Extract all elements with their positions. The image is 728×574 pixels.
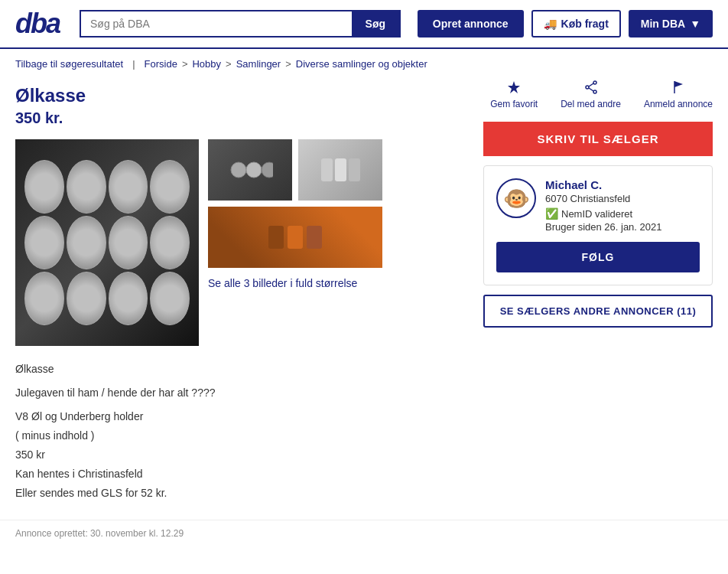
desc-line-6: ( minus indhold )	[15, 428, 453, 444]
header-right: Opret annonce 🚚 Køb fragt Min DBA ▼	[418, 10, 713, 38]
back-to-results-link[interactable]: Tilbage til søgeresultatet	[15, 58, 123, 70]
del-med-andre-action[interactable]: Del med andre	[561, 79, 621, 109]
svg-line-14	[589, 88, 593, 91]
svg-point-12	[593, 90, 596, 93]
write-to-seller-button[interactable]: SKRIV TIL SÆLGER	[483, 122, 713, 156]
chevron-down-icon: ▼	[690, 18, 700, 30]
seller-verified-label: NemID valideret	[561, 208, 632, 220]
search-button[interactable]: Søg	[352, 11, 399, 36]
beer-can-7	[109, 216, 148, 269]
seller-since: Bruger siden 26. jan. 2021	[545, 221, 700, 233]
anmeld-annonce-action[interactable]: Anmeld annonce	[644, 79, 713, 109]
beer-can-10	[67, 272, 106, 325]
header: dba Søg Opret annonce 🚚 Køb fragt Min DB…	[0, 0, 728, 49]
svg-marker-16	[674, 81, 683, 87]
beer-can-12	[150, 272, 190, 325]
thumb-1-img	[227, 155, 273, 185]
see-other-ads-button[interactable]: SE SÆLGERS ANDRE ANNONCER (11)	[483, 295, 713, 328]
desc-line-1: Ølkasse	[15, 361, 453, 377]
right-column: Gem favorit Del med andre	[483, 79, 713, 504]
del-med-andre-label: Del med andre	[561, 99, 621, 109]
main-content: Ølkasse 350 kr.	[0, 79, 728, 504]
search-input[interactable]	[81, 11, 352, 36]
desc-line-3: Julegaven til ham / hende der har alt ??…	[15, 385, 453, 401]
beer-can-5	[24, 216, 64, 269]
anmeld-annonce-label: Anmeld annonce	[644, 99, 713, 109]
thumb-top-row	[208, 139, 382, 201]
svg-point-10	[593, 81, 596, 84]
seller-info: 🐵 Michael C. 6070 Christiansfeld ✅ NemID…	[496, 178, 700, 233]
truck-icon: 🚚	[544, 18, 557, 30]
avatar: 🐵	[496, 178, 536, 218]
logo: dba	[15, 8, 60, 40]
buy-fragt-button[interactable]: 🚚 Køb fragt	[531, 10, 621, 38]
beer-can-4	[150, 160, 190, 214]
avatar-icon: 🐵	[503, 186, 530, 211]
breadcrumb-sep-2: >	[226, 58, 232, 70]
seller-details: Michael C. 6070 Christiansfeld ✅ NemID v…	[545, 178, 700, 233]
share-icon	[583, 79, 600, 96]
listing-title: Ølkasse	[15, 85, 468, 106]
follow-button[interactable]: FØLG	[496, 242, 700, 272]
beer-can-9	[24, 272, 64, 325]
seller-verified: ✅ NemID valideret	[545, 207, 700, 220]
breadcrumb-sep-1: >	[182, 58, 188, 70]
beer-can-8	[150, 216, 190, 269]
svg-rect-7	[288, 226, 303, 249]
svg-rect-8	[307, 226, 322, 249]
breadcrumb-sep-3: >	[285, 58, 291, 70]
desc-line-5: V8 Øl og Underberg holder	[15, 409, 453, 425]
beer-cans-grid	[24, 160, 190, 325]
svg-rect-6	[268, 226, 284, 249]
beer-can-11	[109, 272, 148, 325]
svg-point-11	[586, 86, 589, 89]
svg-line-13	[589, 83, 593, 86]
breadcrumb-hobby[interactable]: Hobby	[192, 58, 221, 70]
seller-box: 🐵 Michael C. 6070 Christiansfeld ✅ NemID…	[483, 165, 713, 285]
footer-note: Annonce oprettet: 30. november kl. 12.29	[0, 520, 728, 546]
breadcrumb-diverse[interactable]: Diverse samlinger og objekter	[296, 58, 427, 70]
buy-fragt-label: Køb fragt	[561, 18, 609, 30]
footer-note-text: Annonce oprettet: 30. november kl. 12.29	[15, 528, 184, 539]
beer-can-3	[109, 160, 148, 214]
min-dba-button[interactable]: Min DBA ▼	[629, 10, 713, 38]
main-image[interactable]	[15, 139, 199, 346]
divider: |	[132, 58, 135, 70]
breadcrumb-home[interactable]: Forside	[145, 58, 177, 70]
beer-can-2	[67, 160, 106, 214]
thumbnail-3[interactable]	[208, 207, 382, 268]
search-bar: Søg	[80, 10, 401, 38]
beer-can-6	[67, 216, 106, 269]
breadcrumb: Tilbage til søgeresultatet | Forside > H…	[0, 49, 728, 79]
gem-favorit-action[interactable]: Gem favorit	[490, 79, 538, 109]
flag-icon	[670, 79, 687, 96]
breadcrumb-samlinger[interactable]: Samlinger	[236, 58, 281, 70]
min-dba-label: Min DBA	[641, 18, 685, 30]
see-all-images-link[interactable]: Se alle 3 billeder i fuld størrelse	[208, 277, 382, 289]
svg-point-1	[246, 162, 262, 178]
desc-line-9: Eller sendes med GLS for 52 kr.	[15, 485, 453, 501]
gem-favorit-label: Gem favorit	[490, 99, 538, 109]
verified-icon: ✅	[545, 207, 558, 220]
create-ad-button[interactable]: Opret annonce	[418, 10, 524, 38]
beer-can-1	[24, 160, 64, 214]
thumbnail-column: Se alle 3 billeder i fuld størrelse	[208, 139, 382, 346]
images-area: Se alle 3 billeder i fuld størrelse	[15, 139, 468, 346]
svg-point-0	[231, 162, 246, 178]
description: Ølkasse Julegaven til ham / hende der ha…	[15, 361, 468, 501]
svg-rect-4	[335, 158, 346, 181]
svg-point-2	[262, 162, 273, 178]
thumbnail-2[interactable]	[298, 139, 382, 201]
desc-line-8: Kan hentes i Christinasfeld	[15, 466, 453, 482]
thumbnail-1[interactable]	[208, 139, 292, 201]
star-icon	[505, 79, 522, 96]
seller-location: 6070 Christiansfeld	[545, 193, 700, 204]
left-column: Ølkasse 350 kr.	[15, 79, 468, 504]
desc-line-7: 350 kr	[15, 447, 453, 463]
main-image-inner	[15, 139, 199, 346]
action-icons: Gem favorit Del med andre	[483, 79, 713, 109]
seller-name: Michael C.	[545, 178, 700, 191]
thumb-2-img	[317, 155, 363, 185]
svg-rect-5	[349, 158, 360, 181]
svg-marker-9	[508, 81, 520, 93]
